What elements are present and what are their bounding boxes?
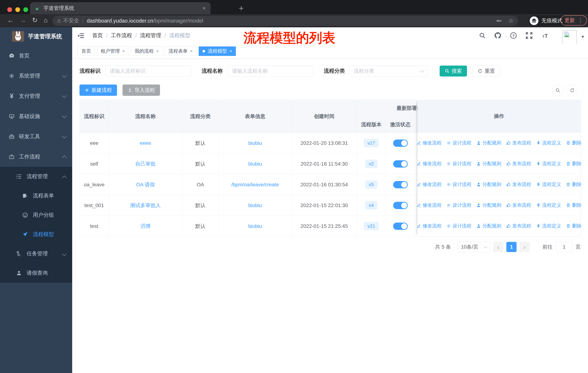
process-definition-link[interactable]: 流程定义	[536, 202, 561, 208]
home-icon[interactable]: ⌂	[44, 16, 48, 24]
avatar[interactable]	[562, 30, 577, 45]
url-bar[interactable]: ⚠ 不安全 dashboard.yudao.iocoder.cn/bpm/man…	[52, 16, 518, 26]
publish-process-link[interactable]: 发布流程	[506, 223, 531, 229]
cell-name-link[interactable]: 自己审批	[135, 161, 156, 167]
breadcrumb-workflow[interactable]: 工作流程	[111, 32, 132, 39]
sidebar-item-leave-query[interactable]: 请假查询	[0, 263, 72, 283]
update-label[interactable]: 更新	[564, 17, 575, 24]
sidebar-item-system[interactable]: 系统管理	[0, 66, 72, 86]
design-process-link[interactable]: 设计流程	[446, 161, 472, 167]
goto-page-input[interactable]	[556, 242, 572, 252]
fullscreen-icon[interactable]	[525, 32, 533, 39]
refresh-table-button[interactable]	[567, 84, 578, 96]
sidebar-item-workflow[interactable]: 工作流程	[0, 147, 72, 167]
design-process-link[interactable]: 设计流程	[446, 202, 472, 208]
active-toggle[interactable]	[393, 140, 408, 147]
next-page-button[interactable]: ›	[519, 242, 530, 252]
delete-link[interactable]: 删除	[566, 181, 582, 188]
sidebar-item-user-group[interactable]: 用户分组	[0, 205, 72, 225]
assign-rule-link[interactable]: 分配规则	[476, 161, 501, 167]
modify-process-link[interactable]: 修改流程	[417, 181, 442, 188]
process-name-input[interactable]	[228, 66, 313, 77]
tag-process-model[interactable]: 流程模型 ×	[199, 46, 236, 56]
current-page-button[interactable]: 1	[506, 242, 516, 252]
design-process-link[interactable]: 设计流程	[446, 140, 472, 146]
delete-link[interactable]: 删除	[566, 223, 582, 229]
assign-rule-link[interactable]: 分配规则	[476, 202, 501, 208]
breadcrumb-process-mgmt[interactable]: 流程管理	[140, 32, 161, 39]
active-toggle[interactable]	[393, 181, 408, 188]
delete-link[interactable]: 删除	[566, 202, 582, 208]
cell-name-link[interactable]: eeee	[140, 140, 151, 146]
process-definition-link[interactable]: 流程定义	[536, 140, 561, 146]
publish-process-link[interactable]: 发布流程	[506, 161, 531, 167]
modify-process-link[interactable]: 修改流程	[417, 223, 442, 229]
create-process-button[interactable]: 新建流程	[79, 84, 117, 96]
not-secure-label[interactable]: 不安全	[63, 17, 79, 24]
sidebar-item-process-mgmt[interactable]: 流程管理	[0, 167, 72, 186]
modify-process-link[interactable]: 修改流程	[417, 202, 442, 208]
active-toggle[interactable]	[393, 160, 408, 168]
process-definition-link[interactable]: 流程定义	[536, 223, 561, 229]
toggle-search-button[interactable]	[552, 84, 564, 96]
forward-icon[interactable]: →	[20, 16, 26, 24]
tag-my-process[interactable]: 我的流程 ×	[131, 46, 163, 56]
active-toggle[interactable]	[393, 222, 408, 230]
cell-form-link[interactable]: biubiu	[248, 223, 262, 229]
sidebar-item-payment[interactable]: ¥ 支付管理	[0, 86, 72, 106]
cell-form-link[interactable]: /bpm/oa/leave/create	[231, 182, 279, 188]
publish-process-link[interactable]: 发布流程	[506, 202, 531, 208]
tag-close-icon[interactable]: ×	[190, 49, 193, 54]
import-process-button[interactable]: 导入流程	[123, 84, 160, 96]
modify-process-link[interactable]: 修改流程	[417, 140, 442, 146]
browser-menu-icon[interactable]: ⋮	[578, 17, 583, 24]
active-toggle[interactable]	[393, 202, 408, 209]
traffic-zoom-button[interactable]	[23, 7, 28, 12]
sidebar-logo[interactable]: 芋道管理系统	[0, 27, 72, 46]
process-id-input[interactable]	[105, 66, 191, 77]
sidebar-item-process-model[interactable]: 流程模型	[0, 225, 72, 244]
process-definition-link[interactable]: 流程定义	[536, 161, 561, 167]
bookmark-star-icon[interactable]: ☆	[508, 17, 514, 24]
update-button[interactable]: 更新 ⋮	[561, 15, 587, 26]
category-select[interactable]: 流程分类	[350, 66, 428, 77]
github-icon[interactable]	[494, 32, 502, 39]
tag-close-icon[interactable]: ×	[230, 49, 232, 54]
publish-process-link[interactable]: 发布流程	[506, 140, 531, 146]
delete-link[interactable]: 删除	[566, 161, 582, 167]
browser-tab[interactable]: 芋道管理系统 ×	[30, 2, 210, 14]
sidebar-item-infra[interactable]: 基础设施	[0, 106, 72, 126]
traffic-minimize-button[interactable]	[15, 7, 20, 12]
back-icon[interactable]: ←	[7, 16, 14, 24]
cell-form-link[interactable]: biubiu	[248, 202, 262, 208]
assign-rule-link[interactable]: 分配规则	[476, 140, 501, 146]
sidebar-item-process-form[interactable]: 流程表单	[0, 186, 72, 205]
reset-button[interactable]: 重置	[472, 66, 500, 77]
process-definition-link[interactable]: 流程定义	[536, 181, 561, 188]
cell-name-link[interactable]: OA 请假	[136, 181, 155, 188]
modify-process-link[interactable]: 修改流程	[417, 161, 442, 167]
sidebar-item-task-mgmt[interactable]: 任务管理	[0, 244, 72, 263]
tag-close-icon[interactable]: ×	[122, 49, 125, 54]
cell-name-link[interactable]: 测试多审批人	[130, 202, 161, 209]
breadcrumb-home[interactable]: 首页	[92, 32, 103, 39]
help-icon[interactable]: ?	[510, 32, 517, 39]
prev-page-button[interactable]: ‹	[493, 242, 504, 252]
search-button[interactable]: 搜索	[440, 66, 467, 77]
sidebar-item-home[interactable]: 首页	[0, 46, 72, 66]
sidebar-fold-icon[interactable]	[77, 32, 85, 40]
search-icon[interactable]	[479, 32, 486, 39]
tag-process-form[interactable]: 流程表单 ×	[165, 46, 197, 56]
tag-tenant[interactable]: 租户管理 ×	[97, 46, 129, 56]
font-size-icon[interactable]: TT	[541, 32, 549, 39]
publish-process-link[interactable]: 发布流程	[506, 181, 531, 188]
cell-form-link[interactable]: biubiu	[248, 161, 262, 167]
sidebar-item-devtools[interactable]: 研发工具	[0, 126, 72, 147]
traffic-close-button[interactable]	[7, 7, 12, 12]
assign-rule-link[interactable]: 分配规则	[476, 223, 501, 229]
design-process-link[interactable]: 设计流程	[446, 181, 472, 188]
reload-icon[interactable]: ↻	[32, 16, 38, 24]
design-process-link[interactable]: 设计流程	[446, 223, 472, 229]
assign-rule-link[interactable]: 分配规则	[476, 181, 501, 188]
cell-form-link[interactable]: biubiu	[248, 140, 262, 146]
